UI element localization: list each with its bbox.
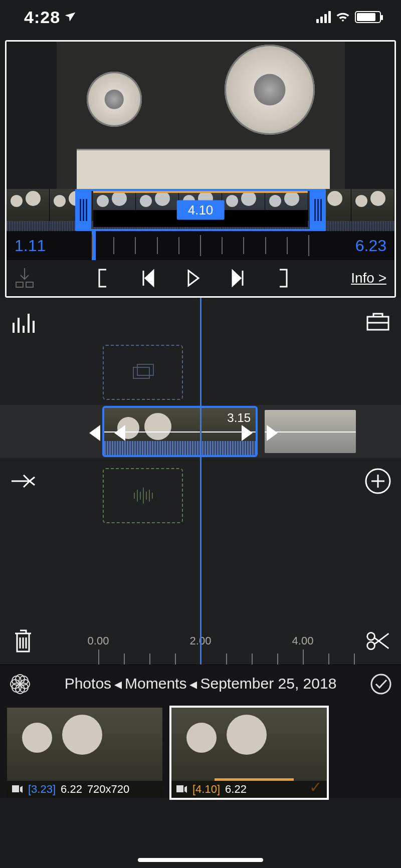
film-icon — [130, 362, 155, 382]
clip-trim-left-in[interactable] — [114, 425, 125, 441]
toolbox-icon[interactable] — [365, 309, 390, 334]
svg-rect-30 — [176, 785, 183, 792]
clip-waveform — [104, 441, 256, 455]
svg-rect-29 — [12, 785, 19, 792]
insert-down-icon[interactable] — [15, 267, 35, 289]
media-total-duration: 6.22 — [61, 783, 82, 796]
status-time: 4:28 — [24, 8, 76, 27]
trim-selection[interactable]: 4.10 — [75, 189, 326, 231]
video-audio-icon — [11, 783, 23, 795]
ruler-label: 0.00 — [88, 634, 109, 647]
prev-frame-icon[interactable] — [138, 269, 157, 288]
media-item[interactable]: [3.23] 6.22 720x720 — [7, 708, 162, 798]
trim-ruler[interactable]: 1.11 6.23 — [7, 231, 394, 260]
transition-icon[interactable] — [10, 468, 37, 495]
status-right — [316, 11, 381, 23]
timeline-right-tools — [358, 309, 398, 654]
svg-rect-11 — [133, 367, 149, 378]
video-drop-zone[interactable] — [103, 345, 183, 400]
select-confirm-icon[interactable] — [370, 673, 392, 695]
battery-icon — [355, 11, 381, 23]
breadcrumb[interactable]: Photos ◂ Moments ◂ September 25, 2018 — [41, 675, 360, 693]
waveform-icon — [130, 486, 155, 506]
play-icon[interactable] — [183, 269, 203, 288]
media-meta: [3.23] 6.22 720x720 — [7, 781, 162, 798]
info-link[interactable]: Info > — [351, 270, 386, 286]
library-rosette-icon[interactable] — [9, 673, 31, 695]
svg-point-28 — [371, 675, 390, 694]
media-resolution: 720x720 — [87, 783, 129, 796]
media-total-duration: 6.22 — [225, 783, 247, 796]
timeline-playhead[interactable] — [200, 298, 202, 665]
clip-trim-right-in[interactable] — [242, 425, 253, 441]
cellular-icon — [316, 11, 331, 23]
svg-rect-1 — [26, 282, 33, 287]
svg-rect-0 — [16, 282, 23, 287]
location-icon — [62, 7, 77, 28]
add-clip-icon[interactable] — [364, 468, 391, 495]
preview-frame — [57, 42, 345, 189]
crumb-leaf[interactable]: September 25, 2018 — [200, 675, 336, 693]
crumb-mid[interactable]: Moments — [125, 675, 186, 693]
timeline[interactable]: 3.15 0.00 2.00 4.00 — [0, 298, 401, 665]
mark-out-icon[interactable] — [274, 269, 293, 288]
trim-duration-badge: 4.10 — [177, 200, 225, 220]
trim-in-handle[interactable] — [75, 191, 91, 229]
wifi-icon — [336, 12, 350, 23]
home-indicator[interactable] — [138, 858, 263, 862]
audio-drop-zone[interactable] — [103, 468, 183, 523]
media-sel-duration: [4.10] — [192, 783, 220, 796]
in-time: 1.11 — [15, 237, 46, 255]
clip-selected[interactable]: 3.15 — [102, 406, 258, 457]
trim-out-handle[interactable] — [310, 191, 326, 229]
mark-in-icon[interactable] — [93, 269, 112, 288]
video-audio-icon — [175, 783, 187, 795]
clip-duration: 3.15 — [227, 411, 251, 425]
ruler-ticks — [92, 235, 309, 256]
media-browser[interactable]: [3.23] 6.22 720x720 ✓ [4.10] 6.22 — [0, 703, 401, 798]
out-time: 6.23 — [355, 237, 386, 255]
audio-levels-icon[interactable] — [11, 309, 36, 334]
clip-trim-left-out[interactable] — [89, 425, 100, 441]
chevron-left-icon: ◂ — [187, 675, 199, 693]
media-item-selected[interactable]: ✓ [4.10] 6.22 — [171, 708, 327, 798]
media-sel-duration: [3.23] — [28, 783, 56, 796]
ruler-label: 4.00 — [292, 634, 314, 647]
crumb-root[interactable]: Photos — [65, 675, 111, 693]
preview-viewport[interactable] — [7, 42, 394, 189]
clip-trim-right-out[interactable] — [267, 425, 278, 441]
svg-point-27 — [19, 683, 28, 692]
library-breadcrumb-row: Photos ◂ Moments ◂ September 25, 2018 — [0, 665, 401, 703]
transport-bar: Info > — [7, 260, 394, 296]
next-frame-icon[interactable] — [229, 269, 248, 288]
svg-rect-12 — [137, 364, 153, 375]
chevron-left-icon: ◂ — [112, 675, 124, 693]
trim-filmstrip[interactable]: 4.10 — [7, 189, 394, 231]
status-bar: 4:28 — [0, 0, 401, 34]
clock: 4:28 — [24, 8, 60, 27]
preview-panel: 4.10 1.11 6.23 Info > — [5, 40, 396, 298]
timeline-left-tools — [3, 309, 43, 654]
media-meta: [4.10] 6.22 — [171, 781, 327, 798]
clip-adjacent[interactable] — [265, 410, 356, 453]
